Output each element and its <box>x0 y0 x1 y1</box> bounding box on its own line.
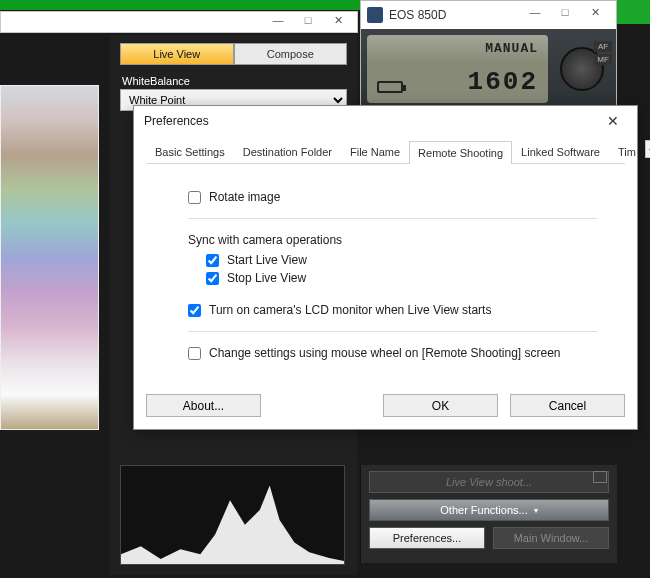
main-window-button: Main Window... <box>493 527 609 549</box>
cancel-button[interactable]: Cancel <box>510 394 625 417</box>
ok-button[interactable]: OK <box>383 394 498 417</box>
maximize-button[interactable]: □ <box>293 14 323 32</box>
divider <box>188 218 597 219</box>
whitebalance-label: WhiteBalance <box>122 75 345 87</box>
sync-heading: Sync with camera operations <box>188 233 597 247</box>
functions-panel: Live View shoot... Other Functions... Pr… <box>360 465 617 563</box>
background-window-titlebar: — □ ✕ <box>0 11 358 33</box>
close-button[interactable]: ✕ <box>323 14 353 32</box>
tab-remote-shooting[interactable]: Remote Shooting <box>409 141 512 164</box>
tab-file-name[interactable]: File Name <box>341 140 409 163</box>
eos-maximize-button[interactable]: □ <box>550 6 580 24</box>
lcd-monitor-checkbox[interactable]: Turn on camera's LCD monitor when Live V… <box>188 303 597 317</box>
preferences-dialog: Preferences ✕ Basic Settings Destination… <box>133 105 638 430</box>
dialog-title: Preferences <box>144 114 209 128</box>
image-preview <box>0 85 99 430</box>
stop-live-view-checkbox[interactable]: Stop Live View <box>206 271 597 285</box>
dialog-close-icon[interactable]: ✕ <box>599 111 627 131</box>
camera-lcd: MANUAL 1602 AF MF <box>361 29 616 109</box>
lcd-mode: MANUAL <box>485 41 538 56</box>
tab-time[interactable]: Tim <box>609 140 645 163</box>
tab-live-view[interactable]: Live View <box>120 43 234 65</box>
eos-title-text: EOS 850D <box>389 8 446 22</box>
about-button[interactable]: About... <box>146 394 261 417</box>
divider <box>188 331 597 332</box>
histogram <box>120 465 345 565</box>
mf-toggle[interactable]: MF <box>594 54 612 65</box>
live-view-shoot-button: Live View shoot... <box>369 471 609 493</box>
preferences-button[interactable]: Preferences... <box>369 527 485 549</box>
brand-bar-right <box>617 0 650 24</box>
rotate-image-checkbox[interactable]: Rotate image <box>188 190 597 204</box>
tab-compose[interactable]: Compose <box>234 43 348 65</box>
screen-icon <box>593 471 607 483</box>
mouse-wheel-checkbox[interactable]: Change settings using mouse wheel on [Re… <box>188 346 597 360</box>
eos-window: EOS 850D — □ ✕ MANUAL 1602 AF MF <box>360 0 617 110</box>
tab-linked-software[interactable]: Linked Software <box>512 140 609 163</box>
tab-destination-folder[interactable]: Destination Folder <box>234 140 341 163</box>
battery-icon <box>377 81 403 93</box>
eos-minimize-button[interactable]: — <box>520 6 550 24</box>
prefs-tabs: Basic Settings Destination Folder File N… <box>146 140 625 164</box>
tab-basic-settings[interactable]: Basic Settings <box>146 140 234 163</box>
camera-icon <box>367 7 383 23</box>
eos-close-button[interactable]: ✕ <box>580 6 610 24</box>
other-functions-button[interactable]: Other Functions... <box>369 499 609 521</box>
tabs-scroll-left[interactable]: ◂ <box>645 140 650 158</box>
start-live-view-checkbox[interactable]: Start Live View <box>206 253 597 267</box>
af-toggle[interactable]: AF <box>594 41 612 52</box>
lcd-shots: 1602 <box>468 67 538 97</box>
minimize-button[interactable]: — <box>263 14 293 32</box>
